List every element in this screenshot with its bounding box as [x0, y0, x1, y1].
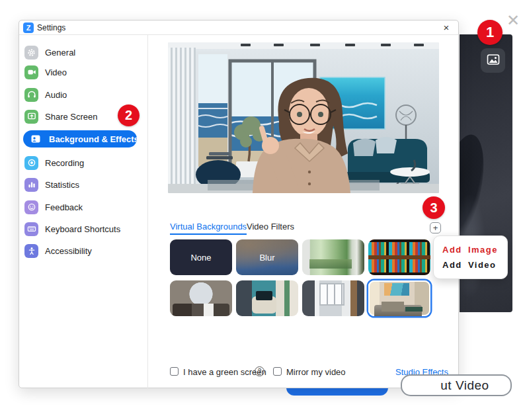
sidebar-item-label: Accessibility	[45, 246, 92, 256]
person-card-icon	[28, 132, 42, 146]
annotation-badge-2: 2	[118, 105, 140, 126]
vb-thumb-none[interactable]: None	[170, 239, 232, 275]
gear-icon	[24, 46, 38, 60]
thumbnail-row-2	[170, 280, 430, 316]
vb-thumb-blur[interactable]: Blur	[236, 239, 298, 275]
image-icon	[486, 52, 501, 69]
add-background-button[interactable]: +	[430, 222, 441, 233]
keyboard-icon	[24, 222, 38, 236]
vb-thumb-teal-tv-room[interactable]	[236, 280, 298, 316]
sidebar-item-feedback[interactable]: Feedback	[24, 198, 143, 216]
join-without-video-button[interactable]: ut Video	[401, 374, 512, 396]
smiley-icon	[24, 200, 38, 214]
close-icon[interactable]: ×	[441, 22, 452, 33]
record-icon	[24, 156, 38, 170]
thumb-label: None	[190, 253, 211, 263]
vb-thumb-garden-window[interactable]	[302, 239, 364, 275]
sidebar-item-audio[interactable]: Audio	[24, 86, 143, 103]
sidebar-item-keyboard-shortcuts[interactable]: Keyboard Shortcuts	[24, 220, 143, 237]
sidebar-item-label: Keyboard Shortcuts	[45, 224, 120, 234]
menu-item-add-video[interactable]: Add Video	[442, 260, 499, 270]
title-bar: Z Settings ×	[19, 21, 458, 35]
sidebar-item-video[interactable]: Video	[24, 63, 143, 81]
choose-virtual-background-button[interactable]	[481, 48, 505, 73]
sidebar-item-label: Statistics	[45, 180, 79, 190]
green-screen-label: I have a green screen	[183, 367, 266, 377]
green-screen-checkbox[interactable]	[170, 367, 179, 376]
zoom-logo-icon: Z	[23, 22, 34, 33]
sidebar-item-general[interactable]: General	[24, 44, 143, 61]
mirror-video-checkbox[interactable]	[273, 367, 282, 376]
sidebar-item-label: Background & Effects	[49, 134, 139, 144]
help-icon[interactable]: ?	[255, 366, 264, 376]
vb-thumb-bookshelf[interactable]	[368, 239, 430, 275]
vb-thumb-cactus-sunset-room-selected[interactable]	[368, 280, 430, 316]
sidebar-item-label: Video	[45, 67, 67, 77]
window-title: Settings	[37, 23, 65, 32]
sidebar-item-label: Recording	[45, 158, 84, 168]
sidebar-item-recording[interactable]: Recording	[24, 154, 143, 171]
thumb-label: Blur	[259, 253, 274, 263]
add-background-menu: Add Image Add Video	[433, 235, 508, 279]
sidebar-item-label: Audio	[45, 90, 67, 100]
thumbnail-row-1: None Blur	[170, 239, 430, 275]
sidebar-item-background-effects[interactable]: Background & Effects	[23, 130, 137, 147]
video-preview	[168, 42, 439, 193]
sidebar-item-label: General	[45, 48, 75, 58]
vb-thumb-bright-windows-room[interactable]	[302, 280, 364, 316]
sidebar-item-label: Feedback	[45, 202, 83, 212]
sidebar-item-accessibility[interactable]: Accessibility	[24, 242, 143, 259]
annotation-badge-1: 1	[477, 20, 503, 45]
settings-dialog: Z Settings × General Video Audio Share S…	[19, 20, 459, 388]
headphones-icon	[24, 88, 38, 102]
background-window-close-icon[interactable]: ✕	[505, 12, 522, 29]
tab-video-filters[interactable]: Video Filters	[247, 222, 294, 231]
mirror-video-label: Mirror my video	[286, 367, 346, 377]
video-camera-icon	[24, 65, 38, 79]
sidebar-divider	[147, 35, 148, 388]
accessibility-icon	[24, 244, 38, 258]
share-screen-icon	[24, 110, 38, 124]
tab-virtual-backgrounds[interactable]: Virtual Backgrounds	[170, 222, 247, 235]
bar-chart-icon	[24, 178, 38, 192]
menu-item-add-image[interactable]: Add Image	[442, 245, 499, 255]
sidebar-item-label: Share Screen	[45, 112, 98, 122]
annotation-badge-3: 3	[423, 196, 445, 219]
sidebar-item-statistics[interactable]: Statistics	[24, 176, 143, 193]
vb-thumb-round-window-room[interactable]	[170, 280, 232, 316]
